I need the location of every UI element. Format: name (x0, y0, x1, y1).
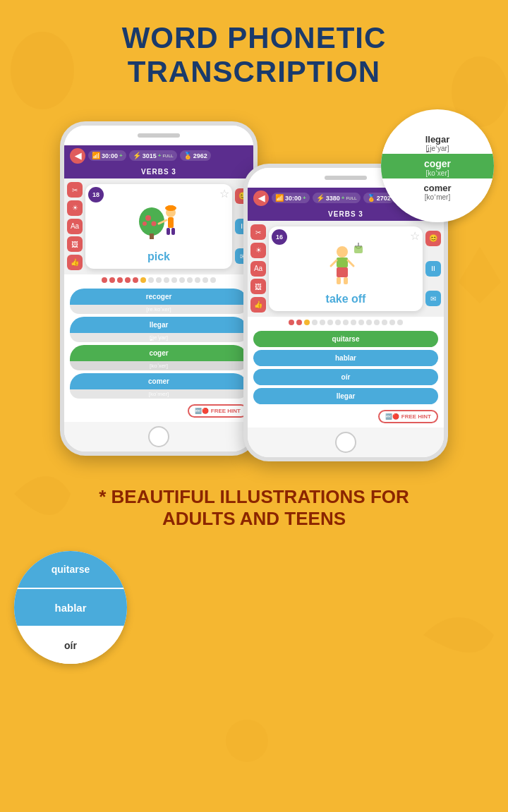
star-icon-left[interactable]: ☆ (219, 187, 229, 200)
svg-line-17 (331, 260, 337, 266)
svg-point-3 (139, 207, 164, 236)
answer-btn-2[interactable]: llegar (70, 317, 248, 333)
svg-point-15 (337, 246, 348, 257)
svg-line-18 (348, 260, 353, 266)
image-btn-r[interactable]: 🖼 (250, 279, 266, 294)
svg-rect-10 (167, 228, 170, 235)
time-stat-right: 📶 30:00 + (272, 193, 310, 203)
phone-left-device: ◀ 📶 30:00 + ⚡ 3015 + FULL 🏅 2962 (60, 121, 258, 456)
answer-group-3: coger [koˈxer] (70, 345, 248, 370)
sun-btn-r[interactable]: ☀ (250, 243, 266, 258)
medals-stat-left: 🏅 2962 (180, 150, 211, 161)
circle-bl-word-1: quitarse (52, 564, 90, 575)
circle-phonetic-3: [koˈmer] (384, 193, 491, 201)
phonetic-4: [koˈmer] (70, 389, 248, 399)
answer-btn-r4[interactable]: llegar (253, 388, 438, 404)
side-buttons-left-right: ✂ ☀ Aa 🖼 👍 (250, 221, 266, 317)
answer-buttons-right: quitarse hablar oír llegar (248, 328, 444, 407)
phone-left: ◀ 📶 30:00 + ⚡ 3015 + FULL 🏅 2962 (60, 121, 258, 456)
svg-point-5 (152, 221, 157, 226)
vocab-card-left: 18 ☆ (85, 184, 232, 269)
score-stat-right: ⚡ 3380 + FULL (313, 193, 361, 203)
svg-rect-20 (337, 277, 341, 284)
back-button-left[interactable]: ◀ (70, 148, 85, 164)
section-label-left: VERBS 3 (64, 166, 253, 178)
back-button-right[interactable]: ◀ (253, 190, 269, 206)
sun-btn[interactable]: ☀ (67, 200, 83, 216)
answer-btn-1[interactable]: recoger (70, 289, 248, 305)
card-area-left: ✂ ☀ Aa 🖼 👍 18 ☆ (64, 178, 253, 274)
level-badge-right: 16 (272, 229, 287, 245)
hint-icon-right: 🔤🔴 (385, 413, 399, 420)
progress-dots-left (64, 274, 253, 286)
phone-top-bar-left (64, 126, 253, 145)
svg-rect-19 (337, 267, 348, 277)
hint-bar-right: 🔤🔴 FREE HINT (248, 407, 444, 428)
circle-bottom-left: quitarse hablar oír (14, 551, 127, 664)
card-word-left: pick (147, 250, 170, 263)
level-badge-left: 18 (88, 187, 104, 202)
svg-rect-7 (150, 234, 154, 239)
answer-group-1: recoger [re.koˈxer] (70, 289, 248, 314)
home-btn-area-left (64, 422, 253, 452)
hint-icon-left: 🔤🔴 (195, 408, 209, 414)
mail-btn-right[interactable]: ✉ (425, 291, 441, 306)
scissors-btn-r[interactable]: ✂ (250, 224, 266, 240)
scissors-btn[interactable]: ✂ (67, 182, 83, 198)
thumb-btn-r[interactable]: 👍 (250, 297, 266, 313)
hint-button-right[interactable]: 🔤🔴 FREE HINT (378, 410, 438, 423)
card-area-right: ✂ ☀ Aa 🖼 👍 16 ☆ (248, 221, 444, 317)
answer-buttons-left: recoger [re.koˈxer] llegar [ʝjeˈyar] cog… (64, 286, 253, 401)
svg-rect-21 (344, 277, 348, 284)
home-button-left[interactable] (148, 426, 169, 447)
answer-group-4: comer [koˈmer] (70, 373, 248, 399)
font-btn[interactable]: Aa (67, 219, 83, 234)
circle-bl-word-2: hablar (54, 602, 86, 614)
game-bar-left: ◀ 📶 30:00 + ⚡ 3015 + FULL 🏅 2962 (64, 145, 253, 166)
phonetic-3: [koˈxer] (70, 361, 248, 370)
side-buttons-right-right: 😊 ⏸ ✉ (425, 221, 441, 317)
svg-point-6 (143, 222, 147, 226)
answer-btn-r1[interactable]: quitarse (253, 331, 438, 347)
score-stat-left: ⚡ 3015 + FULL (129, 150, 177, 161)
svg-rect-9 (168, 217, 174, 228)
home-btn-area-right (248, 428, 444, 457)
svg-point-4 (145, 215, 151, 221)
hint-button-left[interactable]: 🔤🔴 FREE HINT (188, 404, 248, 418)
answer-btn-4[interactable]: comer (70, 373, 248, 389)
svg-point-0 (11, 32, 74, 109)
phonetic-2: [ʝjeˈyar] (70, 333, 248, 342)
home-button-right[interactable] (335, 432, 356, 453)
svg-rect-24 (354, 246, 363, 253)
star-icon-right[interactable]: ☆ (410, 229, 420, 243)
circle-phonetic-2: [koˈxer] (384, 169, 491, 177)
circle-word-2: coger (384, 158, 491, 169)
card-image-right (321, 239, 370, 289)
pause-btn-right[interactable]: ⏸ (425, 261, 441, 277)
answer-btn-r3[interactable]: oír (253, 369, 438, 385)
answer-btn-3[interactable]: coger (70, 345, 248, 361)
answer-btn-r2[interactable]: hablar (253, 350, 438, 366)
svg-point-2 (226, 720, 268, 762)
circle-bl-word-3: oír (64, 640, 77, 651)
time-stat-left: 📶 30:00 + (88, 150, 126, 161)
circle-phonetic-1: [ʝjeˈyar] (384, 145, 491, 152)
phonetic-1: [re.koˈxer] (70, 305, 248, 314)
vocab-card-right: 16 ☆ (269, 226, 423, 311)
face-btn-right[interactable]: 😊 (425, 231, 441, 246)
circle-word-3: comer (384, 183, 491, 193)
speaker-left (138, 133, 180, 138)
svg-rect-11 (171, 228, 175, 235)
svg-rect-13 (168, 205, 174, 209)
side-buttons-left: ✂ ☀ Aa 🖼 👍 (67, 178, 83, 274)
circle-top-right: llegar [ʝjeˈyar] coger [koˈxer] comer [k… (381, 109, 494, 222)
card-image-left (134, 197, 183, 246)
card-word-right: take off (326, 293, 366, 305)
thumb-btn[interactable]: 👍 (67, 255, 83, 270)
image-btn[interactable]: 🖼 (67, 236, 83, 252)
progress-dots-right (248, 317, 444, 328)
font-btn-r[interactable]: Aa (250, 261, 266, 277)
hint-bar-left: 🔤🔴 FREE HINT (64, 401, 253, 422)
answer-group-2: llegar [ʝjeˈyar] (70, 317, 248, 342)
svg-rect-16 (337, 257, 348, 267)
